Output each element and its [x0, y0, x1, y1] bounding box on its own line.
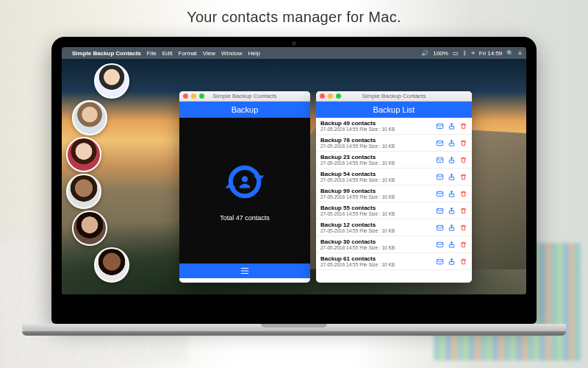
mail-button[interactable] — [435, 206, 444, 215]
row-subtitle: 27-05-2016 14:55 File Size : 10 KB — [320, 194, 432, 199]
backup-list-window[interactable]: Simple Backup Contacts Backup List Backu… — [316, 91, 472, 283]
delete-button[interactable] — [459, 172, 467, 181]
backup-list-row[interactable]: Backup 99 contacts27-05-2016 14:55 File … — [316, 185, 472, 202]
share-button[interactable] — [447, 257, 456, 266]
mail-icon — [436, 122, 444, 130]
sync-button[interactable] — [223, 160, 267, 204]
svg-marker-1 — [226, 182, 236, 188]
mail-icon — [436, 224, 444, 232]
menubar-status: 🔊 100% ▭ ᛒ ⟡ Fri 14:59 🔍 ≡ — [421, 49, 522, 57]
avatar-bubbles — [66, 63, 129, 283]
row-subtitle: 27-05-2016 14:55 File Size : 10 KB — [320, 144, 432, 149]
mail-icon — [436, 258, 444, 266]
avatar — [94, 63, 129, 99]
mail-button[interactable] — [435, 240, 444, 249]
wifi-icon[interactable]: ⟡ — [471, 49, 475, 57]
delete-button[interactable] — [459, 189, 467, 198]
mail-button[interactable] — [435, 223, 444, 232]
screen-bezel: Simple Backup Contacts File Edit Format … — [51, 37, 537, 324]
row-subtitle: 27-05-2016 14:55 File Size : 10 KB — [320, 160, 432, 166]
menu-file[interactable]: File — [147, 50, 157, 57]
backup-window[interactable]: Simple Backup Contacts Backup Total 47 c… — [179, 91, 310, 283]
backup-list[interactable]: Backup 49 contacts27-05-2016 14:55 File … — [316, 118, 472, 278]
avatar — [72, 210, 107, 246]
share-button[interactable] — [447, 172, 456, 181]
share-icon — [448, 190, 456, 198]
row-title: Backup 61 contacts — [320, 255, 432, 262]
backup-list-row[interactable]: Backup 78 contacts27-05-2016 14:55 File … — [316, 135, 472, 152]
backup-list-row[interactable]: Backup 61 contacts27-05-2016 14:55 File … — [316, 253, 472, 270]
delete-button[interactable] — [459, 121, 467, 130]
backup-list-row[interactable]: Backup 23 contacts27-05-2016 14:55 File … — [316, 152, 472, 169]
menu-edit[interactable]: Edit — [162, 50, 173, 57]
delete-button[interactable] — [459, 138, 467, 147]
trash-icon — [459, 224, 467, 232]
menu-window[interactable]: Window — [221, 50, 242, 57]
list-header: Backup List — [316, 102, 472, 118]
trash-icon — [459, 190, 467, 198]
backup-list-row[interactable]: Backup 12 contacts27-05-2016 14:55 File … — [316, 219, 472, 236]
share-button[interactable] — [447, 223, 456, 232]
delete-button[interactable] — [459, 240, 467, 249]
backup-header: Backup — [179, 102, 310, 118]
menu-format[interactable]: Format — [179, 50, 197, 57]
share-button[interactable] — [447, 206, 456, 215]
row-subtitle: 27-05-2016 14:55 File Size : 10 KB — [320, 228, 432, 233]
delete-button[interactable] — [459, 257, 467, 266]
mail-button[interactable] — [435, 138, 444, 147]
desktop-screen: Simple Backup Contacts File Edit Format … — [62, 47, 526, 294]
share-button[interactable] — [447, 240, 456, 249]
list-icon — [240, 266, 250, 276]
row-title: Backup 49 contacts — [320, 120, 432, 127]
share-button[interactable] — [447, 121, 456, 130]
spotlight-icon[interactable]: 🔍 — [506, 50, 514, 57]
trash-icon — [459, 122, 467, 130]
delete-button[interactable] — [459, 223, 467, 232]
battery-icon[interactable]: ▭ — [453, 50, 459, 57]
backup-body: Total 47 contacts — [179, 118, 310, 263]
share-button[interactable] — [447, 155, 456, 164]
mail-icon — [436, 156, 444, 164]
mail-button[interactable] — [435, 172, 444, 181]
row-title: Backup 12 contacts — [320, 222, 432, 228]
backup-list-row[interactable]: Backup 49 contacts27-05-2016 14:55 File … — [316, 118, 472, 135]
mail-button[interactable] — [435, 155, 444, 164]
mail-button[interactable] — [435, 121, 444, 130]
laptop-mockup: Simple Backup Contacts File Edit Format … — [51, 37, 537, 331]
share-button[interactable] — [447, 189, 456, 198]
row-subtitle: 27-05-2016 14:55 File Size : 10 KB — [320, 245, 432, 250]
share-icon — [448, 173, 456, 181]
bluetooth-icon[interactable]: ᛒ — [463, 50, 467, 57]
window-titlebar[interactable]: Simple Backup Contacts — [316, 91, 472, 102]
delete-button[interactable] — [459, 206, 467, 215]
trash-icon — [459, 207, 467, 215]
backup-list-row[interactable]: Backup 54 contacts27-05-2016 14:55 File … — [316, 169, 472, 185]
backup-list-row[interactable]: Backup 55 contacts27-05-2016 14:55 File … — [316, 202, 472, 219]
row-title: Backup 99 contacts — [320, 188, 432, 194]
volume-icon[interactable]: 🔊 — [421, 50, 429, 57]
delete-button[interactable] — [459, 155, 467, 164]
backup-footer-button[interactable] — [179, 263, 310, 278]
share-icon — [448, 122, 456, 130]
sync-icon — [223, 160, 267, 204]
share-icon — [448, 224, 456, 232]
mail-button[interactable] — [435, 189, 444, 198]
battery-text: 100% — [433, 50, 448, 57]
tagline-text: Your contacts manager for Mac. — [0, 9, 588, 26]
share-icon — [448, 156, 456, 164]
menu-view[interactable]: View — [203, 50, 215, 57]
window-title: Simple Backup Contacts — [179, 93, 310, 99]
backup-list-row[interactable]: Backup 30 contacts27-05-2016 14:55 File … — [316, 236, 472, 253]
row-title: Backup 23 contacts — [320, 154, 432, 160]
menu-help[interactable]: Help — [248, 50, 260, 57]
window-titlebar[interactable]: Simple Backup Contacts — [179, 91, 310, 102]
row-subtitle: 27-05-2016 14:55 File Size : 10 KB — [320, 177, 432, 183]
mail-icon — [436, 139, 444, 147]
share-icon — [448, 241, 456, 249]
menu-extra-icon[interactable]: ≡ — [518, 50, 522, 57]
svg-point-2 — [242, 176, 248, 182]
share-icon — [448, 258, 456, 266]
mail-button[interactable] — [435, 257, 444, 266]
menubar-app-title[interactable]: Simple Backup Contacts — [72, 50, 141, 57]
share-button[interactable] — [447, 138, 456, 147]
